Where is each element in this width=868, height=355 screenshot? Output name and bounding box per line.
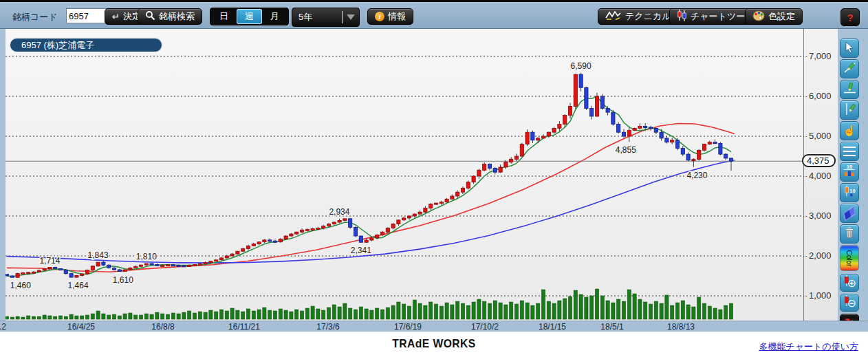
pointer-tool-button[interactable] — [840, 39, 859, 58]
eraser-tool-button[interactable] — [840, 204, 859, 223]
volume-bar — [558, 301, 561, 319]
trendline-tool-button[interactable] — [840, 59, 859, 78]
candle-up — [279, 239, 282, 241]
candle-down — [729, 158, 733, 161]
range-value: 5年 — [292, 11, 342, 23]
volume-bar — [311, 306, 314, 319]
candle-up — [466, 182, 470, 189]
candle-up — [370, 238, 373, 240]
volume-bar — [316, 309, 320, 319]
candle-up — [429, 204, 433, 208]
volume-bar — [290, 312, 293, 319]
volume-bar — [263, 308, 266, 319]
info-button[interactable]: i 情報 — [367, 8, 413, 25]
volume-bar — [198, 312, 202, 319]
hand-click-icon: ☝ — [843, 125, 856, 137]
help-button[interactable]: ? — [840, 8, 860, 26]
tab-daily[interactable]: 日 — [211, 9, 237, 24]
candlestick-icon — [677, 10, 687, 23]
y-axis: 7,0006,0005,0004,0003,0002,0001,000 — [803, 29, 838, 321]
candle-up — [702, 144, 706, 151]
candle-zoom-in-icon — [843, 275, 856, 291]
technical-label: テクニカル — [625, 10, 671, 23]
volume-bar — [204, 312, 207, 319]
candle-up — [327, 224, 330, 226]
candle-up — [85, 270, 89, 274]
volume-bar — [397, 302, 400, 319]
volume-bar — [644, 302, 647, 319]
volume-bar — [531, 305, 534, 319]
candle-up — [209, 261, 213, 263]
candle-up — [536, 138, 540, 140]
multi-line-tool-button[interactable] — [840, 142, 859, 161]
zoom-in-button[interactable] — [840, 274, 859, 292]
candle-up — [295, 232, 299, 234]
candle-up — [510, 159, 513, 162]
candle-up — [638, 127, 642, 129]
x-axis-label: 17/3/6 — [316, 322, 339, 332]
volume-bar — [58, 316, 62, 319]
search-icon — [145, 10, 155, 23]
brand-logo: TRAdE WORKS — [392, 337, 475, 351]
volume-bar — [144, 314, 148, 319]
volume-bar — [268, 310, 272, 319]
volume-bar — [166, 314, 169, 319]
candle-up — [627, 130, 631, 136]
tab-weekly[interactable]: 週 — [237, 9, 262, 24]
technical-button[interactable]: テクニカル — [598, 8, 679, 25]
hand-select-tool-button[interactable]: ☝ — [840, 121, 859, 140]
trade-works-chart-app: 銘柄コード ↵ 決定 銘柄検索 日 週 月 5年 i 情報 — [0, 0, 868, 355]
candle-down — [531, 132, 534, 140]
svg-text:10: 10 — [849, 188, 855, 194]
delete-all-button[interactable] — [840, 224, 859, 244]
candle-down — [107, 265, 111, 268]
stock-search-button[interactable]: 銘柄検索 — [138, 8, 202, 25]
volume-bar — [579, 294, 583, 319]
volume-bar — [504, 305, 508, 319]
volume-bar — [118, 316, 121, 319]
stock-code-input[interactable] — [66, 8, 107, 23]
candle-up — [633, 128, 636, 130]
vertical-line-tool-button[interactable] — [840, 100, 859, 120]
volume-bar — [617, 299, 620, 319]
volume-bar — [102, 314, 105, 319]
color-picker-button[interactable]: Color — [840, 245, 859, 271]
volume-bar — [380, 310, 384, 319]
candle-down — [719, 143, 722, 154]
volume-bar — [724, 305, 728, 319]
tab-monthly[interactable]: 月 — [262, 9, 287, 24]
volume-bar — [424, 305, 427, 319]
candle-up — [424, 208, 427, 212]
candle-down — [359, 236, 362, 242]
y-axis-label: 6,000 — [809, 91, 832, 101]
candle-up — [263, 240, 266, 242]
candle-down — [10, 276, 14, 277]
candle-up — [525, 132, 529, 144]
candle-up — [16, 274, 19, 278]
volume-bar — [407, 306, 411, 319]
volume-bar — [27, 316, 30, 319]
volume-bar — [69, 314, 73, 319]
range-select[interactable]: 5年 — [292, 8, 360, 27]
candle-up — [215, 260, 218, 261]
color-settings-button[interactable]: 色設定 — [745, 8, 803, 25]
chart-howto-link[interactable]: 多機能チャートの使い方 — [759, 341, 858, 353]
candle-down — [268, 240, 272, 241]
x-axis: .216/4/2516/8/816/11/2117/3/617/6/1917/1… — [0, 321, 868, 332]
volume-bar — [134, 315, 138, 319]
candle-down — [150, 263, 153, 265]
candle-down — [600, 96, 604, 108]
candle-up — [80, 274, 84, 275]
volume-bar — [563, 299, 567, 319]
horizontal-line-tool-button[interactable] — [840, 80, 859, 99]
candle-up — [434, 203, 437, 204]
candle-indicator-button[interactable]: 10 — [840, 183, 859, 202]
candle-up — [708, 142, 711, 144]
candle-up — [338, 220, 341, 222]
y-axis-label: 2,000 — [809, 250, 832, 261]
volume-bar — [219, 310, 223, 319]
zoom-out-button[interactable] — [840, 294, 859, 312]
candle-up — [300, 230, 303, 232]
volume-indicator-button[interactable]: 10 — [840, 162, 859, 182]
volume-bar — [209, 310, 213, 319]
